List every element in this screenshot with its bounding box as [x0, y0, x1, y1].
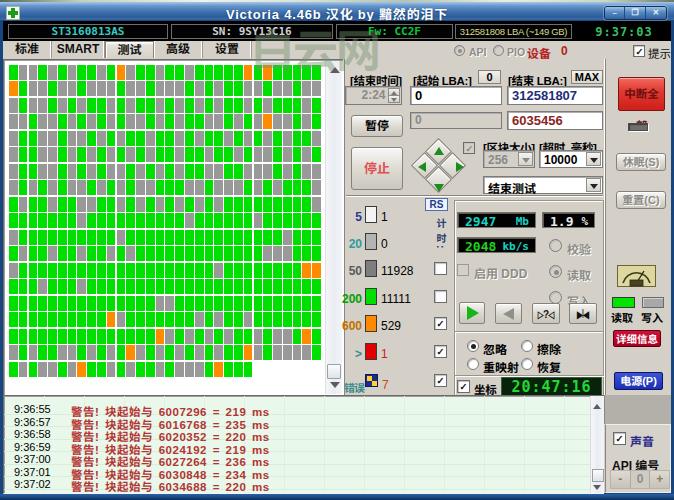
scan-cell	[29, 246, 38, 261]
start-lba-zero-button[interactable]: 0	[478, 70, 501, 84]
scan-cell	[214, 263, 223, 278]
scan-cell	[283, 131, 292, 146]
details-button[interactable]: 详细信息	[613, 330, 661, 347]
scan-cell	[283, 164, 292, 179]
block-size-combo[interactable]: 256	[483, 150, 535, 168]
defect-radio-恢复[interactable]	[521, 358, 533, 370]
scan-cell	[254, 180, 263, 195]
scroll-down-icon[interactable]	[330, 382, 340, 388]
tab-标准[interactable]: 标准	[3, 41, 52, 58]
hint-checkbox[interactable]: ✓	[633, 45, 645, 57]
write-swatch-label: 写入	[641, 309, 663, 325]
seek-end-button[interactable]: ▶|◀	[569, 303, 597, 324]
grid-scrollbar-thumb[interactable]	[327, 364, 341, 379]
defect-radio-忽略[interactable]	[467, 340, 479, 352]
timeout-combo[interactable]: 10000	[539, 150, 603, 168]
scan-cell	[244, 362, 253, 377]
current-lba-field[interactable]: 6035456	[507, 111, 603, 130]
errors-checkbox[interactable]: ✓	[434, 374, 447, 387]
reset-button[interactable]: 重置(C)	[616, 191, 666, 209]
step-back-button[interactable]	[495, 303, 522, 324]
scan-cell	[165, 279, 174, 294]
grid-scrollbar[interactable]	[325, 61, 342, 394]
scan-cell	[38, 329, 47, 344]
scan-cell	[224, 329, 233, 344]
scroll-up-icon[interactable]	[330, 67, 340, 73]
dropdown-icon[interactable]	[518, 152, 533, 166]
end-time-spin-down[interactable]	[388, 95, 400, 103]
sleep-button[interactable]: 休眠(S)	[616, 153, 666, 171]
scan-cell	[224, 263, 233, 278]
legend-threshold-label: 5	[340, 210, 362, 224]
sound-checkbox[interactable]: ✓	[613, 432, 626, 445]
end-time-field[interactable]: 2:24	[345, 86, 402, 105]
play-button[interactable]	[459, 302, 485, 324]
scan-cell	[165, 180, 174, 195]
tab-高级[interactable]: 高级	[154, 41, 203, 58]
api-label: API	[469, 46, 487, 58]
rs-button[interactable]: RS	[425, 198, 448, 211]
scan-cell	[156, 197, 165, 212]
log-row: 9:36:59警告! 块起始与 6024192 = 219 ms	[4, 441, 604, 453]
spinner-minus-button[interactable]: -	[611, 471, 631, 488]
seek-test-button[interactable]: ▷?◁	[532, 303, 560, 324]
tab-设置[interactable]: 设置	[203, 41, 252, 58]
minimize-button[interactable]: –	[605, 7, 625, 19]
scan-cell	[9, 263, 18, 278]
scan-cell	[126, 81, 135, 96]
scan-cell	[263, 279, 272, 294]
close-button[interactable]: ✕	[646, 7, 666, 19]
scan-cell	[97, 98, 106, 113]
scan-cell	[87, 312, 96, 327]
mode-radio-读取[interactable]	[549, 265, 562, 278]
scan-cell	[293, 345, 302, 360]
up-arrow-icon	[434, 147, 444, 155]
dropdown-icon[interactable]	[586, 152, 601, 166]
api-radio[interactable]	[454, 45, 465, 56]
end-lba-input[interactable]: 312581807	[507, 86, 603, 105]
maximize-button[interactable]: ❐	[625, 7, 645, 19]
loop-checkbox[interactable]: ✓	[463, 142, 475, 154]
scan-cell	[293, 213, 302, 228]
scan-cell	[195, 164, 204, 179]
scan-cell	[234, 213, 243, 228]
stop-button[interactable]: 停止	[351, 147, 403, 190]
paused-lba-field[interactable]: 0	[410, 112, 502, 129]
legend-threshold-label: 50	[340, 264, 362, 278]
scan-cell	[126, 263, 135, 278]
pio-radio[interactable]	[493, 45, 504, 56]
end-lba-max-button[interactable]: MAX	[571, 70, 603, 84]
power-button[interactable]: 电源(P)	[614, 372, 663, 390]
scan-cell	[302, 81, 311, 96]
break-all-button[interactable]: 中断全部	[618, 77, 665, 111]
scan-cell	[283, 329, 292, 344]
scan-cell	[263, 345, 272, 360]
defect-radio-擦除[interactable]	[521, 340, 533, 352]
scan-cell	[19, 180, 28, 195]
enable-ddd-checkbox[interactable]	[457, 264, 469, 276]
legend-checkbox[interactable]	[434, 290, 447, 303]
scan-cell	[48, 81, 57, 96]
mode-radio-校验[interactable]	[549, 239, 562, 252]
dropdown-icon[interactable]	[586, 178, 601, 192]
tab-测试[interactable]: 测试	[105, 41, 154, 58]
action-combo[interactable]: 结束测试	[483, 176, 603, 194]
pause-button[interactable]: 暂停	[351, 115, 403, 137]
scan-cell	[126, 98, 135, 113]
scan-cell	[175, 213, 184, 228]
start-lba-input[interactable]: 0	[410, 86, 502, 105]
scan-cell	[97, 230, 106, 245]
log-warning-message: 警告! 块起始与 6034688 = 220 ms	[71, 478, 270, 494]
legend-threshold-label: 600	[340, 319, 362, 333]
defect-radio-重映射[interactable]	[467, 358, 479, 370]
title-bar[interactable]: Victoria 4.46b 汉化 by 黯然的泪下 – ❐ ✕	[0, 2, 674, 21]
scan-cell	[87, 164, 96, 179]
legend-checkbox[interactable]	[434, 262, 447, 275]
legend-checkbox[interactable]: ✓	[434, 317, 447, 330]
legend-checkbox[interactable]: ✓	[434, 345, 447, 358]
timing-vertical-label: 计时:	[433, 215, 448, 248]
coords-checkbox[interactable]: ✓	[457, 380, 470, 393]
spinner-plus-button[interactable]: +	[649, 471, 669, 488]
tab-SMART[interactable]: SMART	[52, 41, 105, 58]
scan-cell	[244, 263, 253, 278]
